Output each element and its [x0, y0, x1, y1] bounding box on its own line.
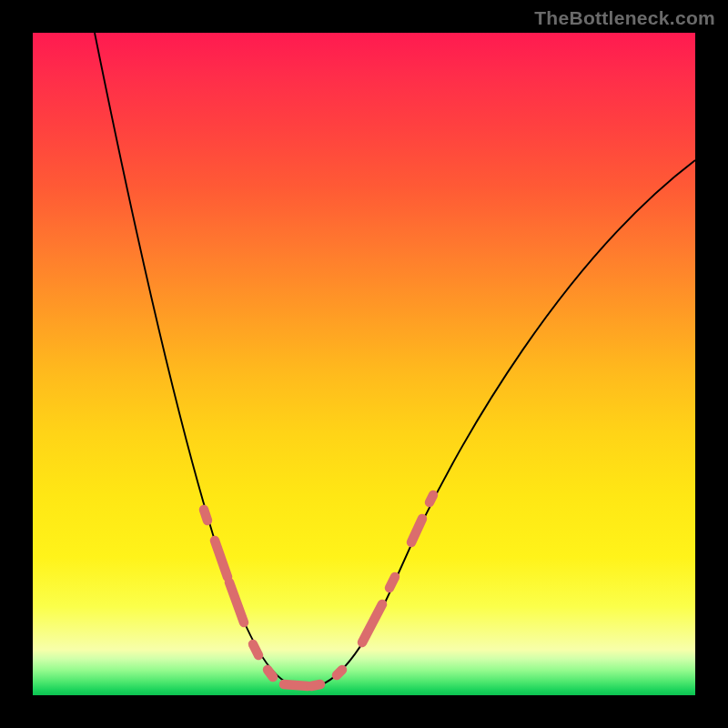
plot-area — [33, 33, 695, 695]
chart-frame: TheBottleneck.com — [0, 0, 728, 728]
watermark-text: TheBottleneck.com — [534, 7, 715, 29]
background-gradient-bottom — [33, 650, 695, 695]
background-gradient-top — [33, 33, 695, 650]
